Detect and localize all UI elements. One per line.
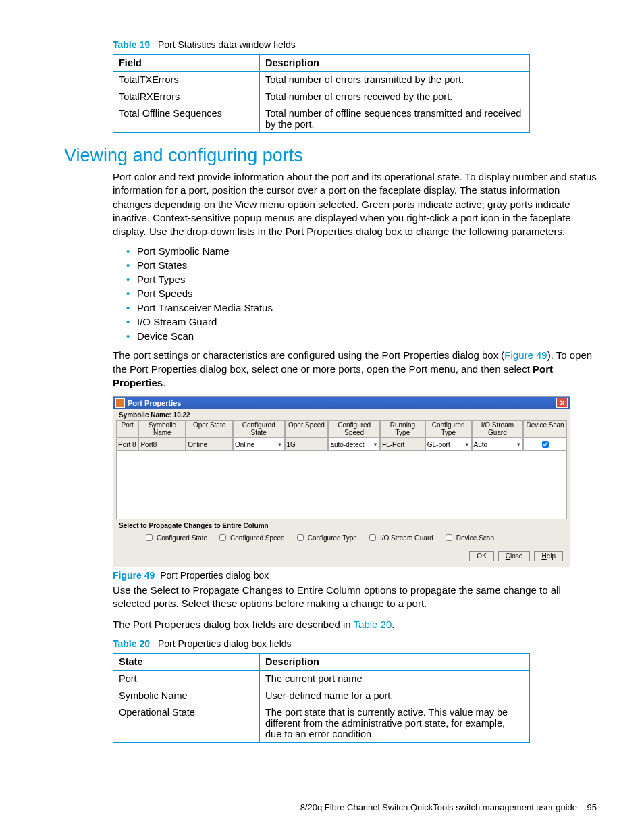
text: .: [392, 619, 394, 630]
cell-symbolic: Port8: [138, 438, 186, 451]
propagate-options: Configured State Configured Speed Config…: [116, 531, 567, 547]
conf-state-select[interactable]: Online▼: [233, 438, 285, 451]
table20-h0: State: [113, 653, 260, 670]
footer-text: 8/20q Fibre Channel Switch QuickTools sw…: [300, 802, 577, 812]
col-conf-type: Configured Type: [425, 420, 472, 438]
grid-row: Port 8 Port8 Online Online▼ 1G auto-dete…: [116, 438, 567, 451]
col-oper-state: Oper State: [186, 420, 233, 438]
table20-num: Table 20: [113, 638, 155, 649]
col-oper-speed: Oper Speed: [285, 420, 329, 438]
java-icon: [115, 398, 125, 408]
chevron-down-icon: ▼: [464, 442, 470, 448]
list-item: Port States: [126, 259, 597, 271]
link-table20[interactable]: Table 20: [354, 619, 392, 630]
propagate-io-guard[interactable]: I/O Stream Guard: [367, 532, 433, 543]
cell: The current port name: [260, 670, 530, 687]
propagate-conf-type[interactable]: Configured Type: [294, 532, 357, 543]
list-item: Port Types: [126, 273, 597, 285]
table-row: TotalTXErrors Total number of errors tra…: [113, 72, 530, 88]
propagate-conf-state[interactable]: Configured State: [143, 532, 207, 543]
text: .: [163, 377, 165, 388]
conf-type-select[interactable]: GL-port▼: [425, 438, 472, 451]
table-row: Operational State The port state that is…: [113, 704, 530, 742]
page-number: 95: [587, 802, 597, 812]
propagate-conf-speed[interactable]: Configured Speed: [217, 532, 285, 543]
col-symbolic: Symbolic Name: [138, 420, 186, 438]
col-running-type: Running Type: [380, 420, 425, 438]
grid-header: Port Symbolic Name Oper State Configured…: [116, 420, 567, 438]
dialog-title: Port Properties: [128, 399, 181, 407]
propagate-label: Select to Propagate Changes to Entire Co…: [116, 519, 567, 531]
para-intro: Port color and text provide information …: [113, 170, 597, 238]
cell: Total number of errors transmitted by th…: [260, 72, 530, 88]
table20-text: Port Properties dialog box fields: [158, 638, 292, 649]
cell: TotalRXErrors: [113, 88, 260, 105]
cell: The port state that is currently active.…: [260, 704, 530, 742]
chevron-down-icon: ▼: [373, 442, 378, 448]
figure49-text: Port Properties dialog box: [160, 570, 269, 581]
symbolic-name-label: Symbolic Name: 10.22: [116, 410, 567, 420]
table-row: State Description: [113, 653, 530, 670]
table20-h1: Description: [260, 653, 530, 670]
para-open-dialog: The port settings or characteristics are…: [113, 348, 597, 390]
propagate-device-scan[interactable]: Device Scan: [443, 532, 494, 543]
cell-oper-speed: 1G: [285, 438, 329, 451]
table19-h0: Field: [113, 55, 260, 72]
text: The port settings or characteristics are…: [113, 349, 504, 361]
list-item: Port Transceiver Media Status: [126, 302, 597, 313]
param-list: Port Symbolic Name Port States Port Type…: [126, 245, 597, 342]
cell-running-type: FL-Port: [380, 438, 425, 451]
section-heading: Viewing and configuring ports: [64, 145, 597, 166]
table-row: Field Description: [113, 55, 530, 72]
cell: Total Offline Sequences: [113, 105, 260, 133]
chevron-down-icon: ▼: [277, 442, 283, 448]
text: The Port Properties dialog box fields ar…: [113, 619, 354, 630]
table-row: TotalRXErrors Total number of errors rec…: [113, 88, 530, 105]
chevron-down-icon: ▼: [516, 442, 521, 448]
cell: Port: [113, 670, 260, 687]
help-button[interactable]: Help: [534, 551, 563, 561]
cell-port: Port 8: [116, 438, 138, 451]
dialog-titlebar[interactable]: Port Properties ✕: [113, 397, 570, 409]
cell: Operational State: [113, 704, 260, 742]
list-item: Device Scan: [126, 330, 597, 342]
col-conf-state: Configured State: [233, 420, 285, 438]
figure49-caption: Figure 49 Port Properties dialog box: [113, 570, 597, 581]
table19-caption: Table 19 Port Statistics data window fie…: [113, 39, 597, 50]
col-device-scan: Device Scan: [523, 420, 567, 438]
cell: User-defined name for a port.: [260, 687, 530, 704]
list-item: Port Symbolic Name: [126, 245, 597, 257]
table-row: Port The current port name: [113, 670, 530, 687]
cell-oper-state: Online: [186, 438, 233, 451]
device-scan-checkbox[interactable]: [523, 438, 567, 451]
col-port: Port: [116, 420, 138, 438]
cell: Total number of offline sequences transm…: [260, 105, 530, 133]
ok-button[interactable]: OK: [469, 551, 493, 561]
table19-num: Table 19: [113, 39, 155, 50]
col-conf-speed: Configured Speed: [328, 420, 380, 438]
para-propagate: Use the Select to Propagate Changes to E…: [113, 583, 597, 611]
table20-caption: Table 20 Port Properties dialog box fiel…: [113, 638, 597, 649]
cell: Symbolic Name: [113, 687, 260, 704]
list-item: I/O Stream Guard: [126, 316, 597, 328]
list-item: Port Speeds: [126, 288, 597, 299]
para-table20-intro: The Port Properties dialog box fields ar…: [113, 618, 597, 631]
figure49-num: Figure 49: [113, 570, 157, 581]
table19-text: Port Statistics data window fields: [158, 39, 296, 50]
cell: Total number of errors received by the p…: [260, 88, 530, 105]
io-guard-select[interactable]: Auto▼: [472, 438, 524, 451]
link-figure49[interactable]: Figure 49: [504, 349, 547, 361]
table-row: Total Offline Sequences Total number of …: [113, 105, 530, 133]
conf-speed-select[interactable]: auto-detect▼: [328, 438, 380, 451]
cell: TotalTXErrors: [113, 72, 260, 88]
table19: Field Description TotalTXErrors Total nu…: [113, 54, 530, 133]
page-footer: 8/20q Fibre Channel Switch QuickTools sw…: [300, 802, 597, 812]
close-button[interactable]: Close: [498, 551, 531, 561]
col-io-guard: I/O Stream Guard: [472, 420, 524, 438]
table19-h1: Description: [260, 55, 530, 72]
port-properties-dialog: Port Properties ✕ Symbolic Name: 10.22 P…: [113, 396, 570, 567]
table-row: Symbolic Name User-defined name for a po…: [113, 687, 530, 704]
grid-body-empty: [116, 451, 567, 519]
table20: State Description Port The current port …: [113, 653, 530, 743]
close-icon[interactable]: ✕: [556, 398, 568, 408]
